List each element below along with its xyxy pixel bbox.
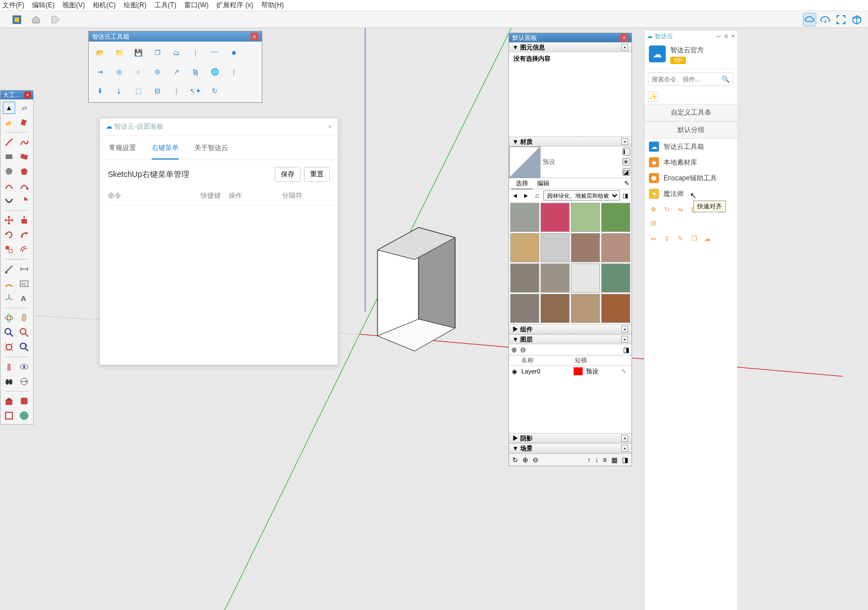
minimize-icon[interactable]: × [621,435,628,441]
material-swatch[interactable] [571,203,600,232]
zhida-item-enscape[interactable]: ⬢Enscape辅助工具 [644,170,737,186]
refresh-icon[interactable]: ↻ [207,83,222,99]
fullscreen-icon[interactable] [834,13,848,26]
material-swatch[interactable] [601,263,630,293]
export-icon[interactable]: ⇥ [92,64,108,80]
material-swatch[interactable] [601,294,630,323]
minus-circle-icon[interactable]: ⊖ [149,64,165,80]
rotate-icon[interactable]: ↻ [661,204,672,215]
scene-list-icon[interactable]: ≡ [603,456,607,464]
scene-up-icon[interactable]: ↑ [587,456,590,464]
details-icon[interactable]: ◨ [621,190,631,201]
scene-down-icon[interactable]: ↓ [595,456,598,464]
menu-help[interactable]: 帮助(H) [261,1,284,10]
layer-dash[interactable]: 预设 [583,367,621,376]
left-toolbox-title[interactable]: 大工...× [1,90,33,99]
section-scenes[interactable]: 场景 [520,445,533,452]
custom-toolbar-label[interactable]: 自定义工具条 [644,104,737,121]
globe-icon[interactable]: 🌐 [207,64,222,80]
layer-color-swatch[interactable] [574,367,583,375]
warehouse-icon[interactable] [3,395,15,407]
section-shadows[interactable]: 阴影 [520,435,533,441]
paint-icon[interactable] [18,116,30,129]
tab-general[interactable]: 常规设置 [109,140,136,160]
material-preview[interactable] [509,147,540,178]
orbit-icon[interactable] [3,312,15,324]
tray-title[interactable]: 默认面板 [512,34,537,42]
menu-window[interactable]: 窗口(W) [184,1,208,10]
menu-view[interactable]: 视图(V) [62,1,85,10]
remove-layer-icon[interactable]: ⊖ [520,346,526,354]
close-icon[interactable]: × [731,33,735,39]
search-icon[interactable]: 🔍 [721,75,730,83]
material-swatch[interactable] [540,294,570,323]
offset-icon[interactable] [18,243,30,256]
material-grid[interactable] [509,202,631,324]
minimize-icon[interactable]: × [621,336,628,343]
wave-icon[interactable]: 〰 [207,45,222,61]
edit-icon[interactable]: ✎ [675,233,686,244]
zhida-item-toolbox[interactable]: ☁智达云工具箱 [644,139,737,154]
scene-thumb-icon[interactable]: ▦ [611,456,617,464]
minimize-icon[interactable]: ─ [716,33,721,39]
arrow-icon[interactable]: ↗ [169,64,184,80]
folder-open-icon[interactable]: 📂 [92,45,108,61]
arc-icon[interactable] [3,180,15,192]
polygon-icon[interactable] [18,165,30,177]
edit-icon[interactable]: ✎ [621,368,631,375]
freehand-icon[interactable] [18,136,30,148]
section-entity-info[interactable]: 图元信息 [520,44,545,51]
menu-extensions[interactable]: 扩展程序 (x) [216,1,253,10]
zoom-icon[interactable] [3,326,15,339]
slider-icon[interactable]: ⊟ [149,83,165,99]
close-icon[interactable]: × [24,92,31,98]
extension-icon[interactable] [18,395,30,407]
rotate-icon[interactable] [3,229,15,241]
material-swatch[interactable] [540,263,570,293]
circle-icon[interactable]: ○ [130,64,146,80]
square-icon[interactable]: ■ [226,45,242,61]
remove-scene-icon[interactable]: ⊖ [533,456,538,464]
material-swatch[interactable] [510,203,539,232]
material-swatch[interactable] [540,203,570,232]
cloud-sync-icon[interactable] [803,13,816,26]
pushpull-icon[interactable] [18,214,30,226]
layer-row[interactable]: ◉ Layer0 预设 ✎ [509,366,631,377]
default-group-label[interactable]: 默认分组 [644,121,737,139]
add-layer-icon[interactable]: ⊕ [511,346,517,354]
snap-icon[interactable]: ⊞ [648,217,659,229]
flip-icon[interactable]: ⇋ [675,204,686,215]
close-icon[interactable]: × [251,33,258,40]
dimension-icon[interactable] [18,263,30,275]
zhida-item-local[interactable]: ◆本地素材库 [644,154,737,170]
copy-icon[interactable]: ❐ [688,233,699,244]
arc3-icon[interactable] [3,194,15,207]
target-icon[interactable]: ◎ [111,64,127,80]
tape-icon[interactable] [3,263,15,275]
layer-menu-icon[interactable]: ◨ [623,346,629,354]
tab-context-menu[interactable]: 右键菜单 [152,140,179,160]
menu-tools[interactable]: 工具(T) [154,1,176,10]
section-layers[interactable]: 图层 [520,336,533,343]
tab-edit[interactable]: 编辑 [533,178,554,189]
mirror-icon[interactable]: ⧎ [188,64,203,80]
circle-icon[interactable] [3,165,15,177]
zhida-search[interactable]: 🔍 [648,72,734,86]
sample-icon[interactable]: ℹ [622,148,630,156]
rotated-rect-icon[interactable] [18,151,30,163]
tag-icon[interactable] [48,13,62,26]
line-icon[interactable] [3,136,15,148]
pie-icon[interactable] [18,194,30,207]
material-swatch[interactable] [510,233,539,262]
minimize-icon[interactable]: × [621,326,628,333]
cube-icon[interactable] [850,13,864,26]
vflip-icon[interactable]: ⇕ [661,233,672,244]
make-component-icon[interactable] [10,13,24,26]
look-around-icon[interactable] [18,361,30,373]
floating-toolbox-title[interactable]: 智达云工具箱× [89,31,262,42]
reset-button[interactable]: 重置 [304,167,330,182]
tab-about[interactable]: 关于智达云 [194,140,228,160]
zoom-extents-icon[interactable] [3,341,15,353]
cube-icon[interactable]: ⬚ [130,83,146,99]
cloud-icon[interactable]: ☁ [702,233,713,244]
